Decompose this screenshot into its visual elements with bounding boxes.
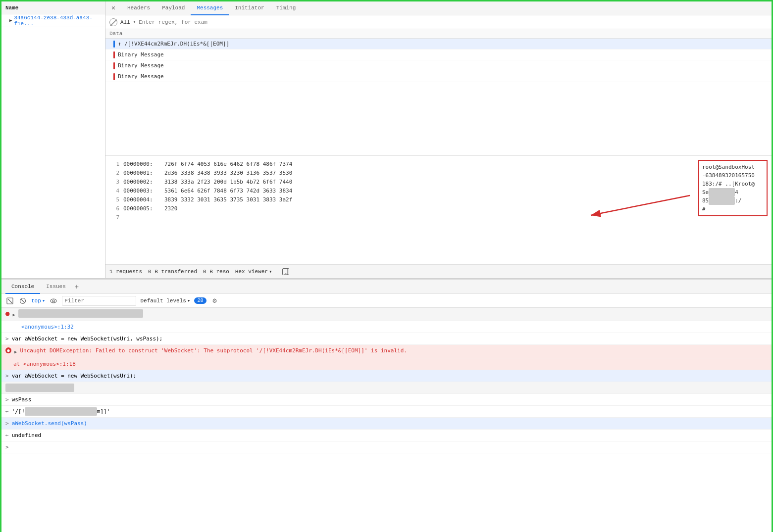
transferred-size: 0 B transferred xyxy=(148,269,197,275)
hex-bytes-2: 2d36 3338 3438 3933 3230 3136 3537 3530 xyxy=(164,169,768,178)
console-row-error-detail: at <anonymous>:1:18 xyxy=(1,358,772,370)
console-tab-bar: Console Issues + xyxy=(1,280,772,294)
hex-linenum-7: 7 xyxy=(109,213,119,222)
network-item-name: 34a6c144-2e38-433d-aa43-f1e... xyxy=(14,15,101,27)
hex-bytes-5: 3839 3332 3031 3635 3735 3031 3833 3a2f xyxy=(164,195,768,204)
eye-icon[interactable] xyxy=(49,296,58,305)
error-text: Uncaught DOMException: Failed to constru… xyxy=(20,346,768,355)
error-expand-icon: ▶ xyxy=(14,348,17,356)
annotation-line-5: 85 :/ xyxy=(702,196,764,205)
filter-dropdown-icon[interactable]: ▾ xyxy=(133,19,136,25)
tab-issues[interactable]: Issues xyxy=(40,280,72,294)
indicator-blue xyxy=(113,41,115,48)
hex-addr-4: 00000003: xyxy=(123,187,160,195)
hex-addr-7 xyxy=(123,213,160,222)
data-row-2[interactable]: Binary Message xyxy=(105,60,772,71)
svg-line-7 xyxy=(21,299,25,303)
hex-linenum-1: 1 xyxy=(109,160,119,169)
add-tab-button[interactable]: + xyxy=(72,281,82,293)
filter-regex-input[interactable] xyxy=(139,17,768,27)
console-content: ● ▶ <anonymous>:1:32 > var aWebSocket = … xyxy=(1,308,772,532)
name-sidebar: Name ▶ 34a6c144-2e38-433d-aa43-f1e... xyxy=(1,1,105,278)
wspass-text: wsPass xyxy=(12,395,768,404)
error-dot-1: ● xyxy=(5,309,9,318)
block-filter-icon[interactable] xyxy=(109,18,117,26)
console-filter-input[interactable] xyxy=(62,296,136,306)
tab-timing[interactable]: Timing xyxy=(270,1,302,15)
console-row-js2: > var aWebSocket = new WebSocket(wsUri); xyxy=(1,370,772,382)
sidebar-header: Name xyxy=(1,1,105,14)
data-row-text-0: ↑ /[!VXE44cm2RmEJr.DH(iEs*&[[EOM]] xyxy=(118,41,229,47)
anonymous-link[interactable]: <anonymous>:1:32 xyxy=(21,324,74,330)
hex-bytes-6: 2320 xyxy=(164,204,768,213)
indicator-red-2 xyxy=(113,62,115,69)
hex-row-3: 3 00000002: 3138 333a 2f23 200d 1b5b 4b7… xyxy=(109,178,768,187)
tab-messages[interactable]: Messages xyxy=(191,1,229,15)
data-section: Data ↑ /[!VXE44cm2RmEJr.DH(iEs*&[[EOM]] … xyxy=(105,29,772,155)
prompt-2: > xyxy=(5,372,9,380)
dropdown-arrow-icon: ▾ xyxy=(269,268,272,275)
svg-line-5 xyxy=(8,299,12,303)
data-row-3[interactable]: Binary Message xyxy=(105,71,772,82)
status-bar: 1 requests 0 B transferred 0 B reso Hex … xyxy=(105,264,772,278)
levels-dropdown-icon: ▾ xyxy=(187,297,191,304)
hex-bytes-1: 726f 6f74 4053 616e 6462 6f78 486f 7374 xyxy=(164,160,768,169)
close-panel-button[interactable]: × xyxy=(109,4,117,12)
settings-icon[interactable]: ⚙ xyxy=(210,296,219,305)
filter-all-label[interactable]: All xyxy=(120,19,130,25)
console-row-anonymous: <anonymous>:1:32 xyxy=(1,321,772,333)
hex-viewer: 1 00000000: 726f 6f74 4053 616e 6462 6f7… xyxy=(105,155,772,264)
annotation-line-1: root@SandboxHost xyxy=(702,163,764,171)
data-row-0[interactable]: ↑ /[!VXE44cm2RmEJr.DH(iEs*&[[EOM]] xyxy=(105,39,772,49)
console-prompt-row[interactable]: > xyxy=(1,441,772,453)
hex-viewer-label[interactable]: Hex Viewer ▾ xyxy=(235,268,272,275)
console-row-error: ● ▶ Uncaught DOMException: Failed to con… xyxy=(1,345,772,358)
tab-headers[interactable]: Headers xyxy=(121,1,156,15)
console-row-blurred-top: ● ▶ xyxy=(1,308,772,321)
data-row-1[interactable]: Binary Message xyxy=(105,49,772,60)
filter-bar: All ▾ xyxy=(105,15,772,29)
svg-rect-3 xyxy=(285,273,286,274)
tab-payload[interactable]: Payload xyxy=(156,1,191,15)
blurred-wspass xyxy=(25,407,97,416)
output-arrow-2: ← xyxy=(5,431,9,439)
wspass-output-text: '/[! m]]' xyxy=(12,407,768,416)
block-icon[interactable] xyxy=(18,296,27,305)
devtools-container: Name ▶ 34a6c144-2e38-433d-aa43-f1e... × … xyxy=(1,1,772,532)
tab-initiator[interactable]: Initiator xyxy=(229,1,270,15)
js-code-1: var aWebSocket = new WebSocket(wsUri, ws… xyxy=(12,335,768,343)
indicator-red-3 xyxy=(113,73,115,80)
hex-bytes-4: 5361 6e64 626f 7848 6f73 742d 3633 3834 xyxy=(164,187,768,195)
annotation-line-2: -638489320165750 xyxy=(702,171,764,180)
sidebar-network-item[interactable]: ▶ 34a6c144-2e38-433d-aa43-f1e... xyxy=(1,14,105,27)
resources-size: 0 B reso xyxy=(203,269,229,275)
context-selector[interactable]: top ▾ xyxy=(31,297,45,304)
svg-point-9 xyxy=(52,300,54,302)
mobile-icon[interactable] xyxy=(282,268,289,275)
clear-console-button[interactable] xyxy=(5,296,14,305)
error-detail-text: at <anonymous>:1:18 xyxy=(13,360,768,368)
prompt-1: > xyxy=(5,335,9,343)
console-cursor: > xyxy=(5,443,9,451)
data-row-text-3: Binary Message xyxy=(118,73,164,80)
annotation-line-3: 183:/# ..[Kroot@ xyxy=(702,180,764,188)
annotation-red-box: root@SandboxHost -638489320165750 183:/#… xyxy=(698,160,768,216)
tab-console[interactable]: Console xyxy=(5,280,40,294)
console-row-wspass: > wsPass xyxy=(1,394,772,406)
hex-addr-6: 00000005: xyxy=(123,204,160,213)
prompt-4: > xyxy=(5,419,9,428)
requests-count: 1 requests xyxy=(109,269,142,275)
console-row-wspass-output: ← '/[! m]]' xyxy=(1,406,772,418)
name-column-label: Name xyxy=(5,5,18,11)
hex-row-2: 2 00000001: 2d36 3338 3438 3933 3230 313… xyxy=(109,169,768,178)
console-toolbar: top ▾ Default levels ▾ 28 ⚙ xyxy=(1,294,772,308)
blurred-1 xyxy=(709,188,735,196)
console-row-blurred-2 xyxy=(1,382,772,394)
hex-linenum-3: 3 xyxy=(109,178,119,187)
badge-count: 28 xyxy=(194,297,206,304)
default-levels-selector[interactable]: Default levels ▾ xyxy=(140,297,190,304)
messages-panel: × Headers Payload Messages Initiator Tim… xyxy=(105,1,772,278)
console-row-send: > aWebSocket.send(wsPass) xyxy=(1,418,772,430)
console-row-js1: > var aWebSocket = new WebSocket(wsUri, … xyxy=(1,333,772,345)
data-section-header: Data xyxy=(105,29,772,39)
